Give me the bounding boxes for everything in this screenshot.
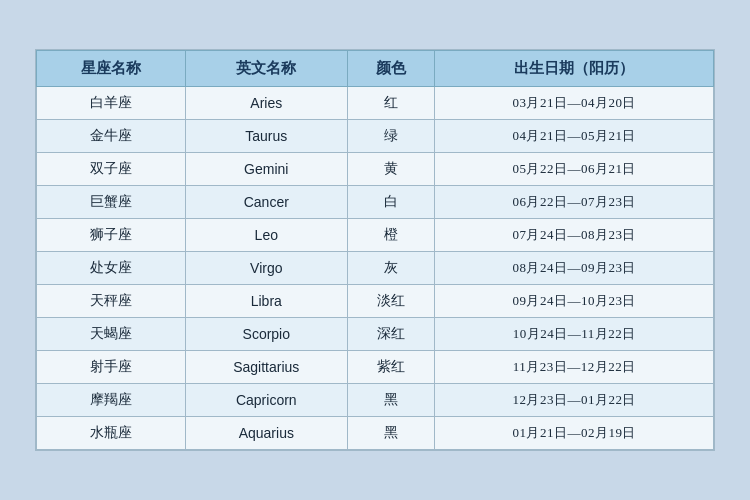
cell-english-name: Virgo [186,252,348,285]
table-row: 白羊座Aries红03月21日—04月20日 [37,87,714,120]
cell-dates: 08月24日—09月23日 [435,252,714,285]
cell-english-name: Gemini [186,153,348,186]
cell-chinese-name: 双子座 [37,153,186,186]
header-color: 颜色 [347,51,435,87]
cell-color: 黑 [347,417,435,450]
table-body: 白羊座Aries红03月21日—04月20日金牛座Taurus绿04月21日—0… [37,87,714,450]
cell-english-name: Scorpio [186,318,348,351]
cell-english-name: Sagittarius [186,351,348,384]
cell-dates: 11月23日—12月22日 [435,351,714,384]
cell-color: 灰 [347,252,435,285]
cell-dates: 07月24日—08月23日 [435,219,714,252]
cell-color: 黄 [347,153,435,186]
table-row: 巨蟹座Cancer白06月22日—07月23日 [37,186,714,219]
cell-dates: 09月24日—10月23日 [435,285,714,318]
cell-chinese-name: 射手座 [37,351,186,384]
cell-chinese-name: 狮子座 [37,219,186,252]
cell-dates: 03月21日—04月20日 [435,87,714,120]
cell-english-name: Leo [186,219,348,252]
cell-english-name: Cancer [186,186,348,219]
cell-chinese-name: 摩羯座 [37,384,186,417]
cell-english-name: Aries [186,87,348,120]
cell-color: 黑 [347,384,435,417]
cell-dates: 06月22日—07月23日 [435,186,714,219]
cell-color: 深红 [347,318,435,351]
cell-color: 白 [347,186,435,219]
table-row: 双子座Gemini黄05月22日—06月21日 [37,153,714,186]
cell-color: 紫红 [347,351,435,384]
table-header-row: 星座名称 英文名称 颜色 出生日期（阳历） [37,51,714,87]
header-chinese-name: 星座名称 [37,51,186,87]
zodiac-table: 星座名称 英文名称 颜色 出生日期（阳历） 白羊座Aries红03月21日—04… [36,50,714,450]
cell-dates: 01月21日—02月19日 [435,417,714,450]
zodiac-table-container: 星座名称 英文名称 颜色 出生日期（阳历） 白羊座Aries红03月21日—04… [35,49,715,451]
cell-chinese-name: 天蝎座 [37,318,186,351]
cell-english-name: Aquarius [186,417,348,450]
table-row: 狮子座Leo橙07月24日—08月23日 [37,219,714,252]
cell-chinese-name: 白羊座 [37,87,186,120]
table-row: 射手座Sagittarius紫红11月23日—12月22日 [37,351,714,384]
cell-chinese-name: 处女座 [37,252,186,285]
table-row: 金牛座Taurus绿04月21日—05月21日 [37,120,714,153]
table-row: 水瓶座Aquarius黑01月21日—02月19日 [37,417,714,450]
cell-english-name: Taurus [186,120,348,153]
table-row: 处女座Virgo灰08月24日—09月23日 [37,252,714,285]
cell-dates: 05月22日—06月21日 [435,153,714,186]
cell-dates: 04月21日—05月21日 [435,120,714,153]
cell-dates: 10月24日—11月22日 [435,318,714,351]
cell-color: 绿 [347,120,435,153]
cell-chinese-name: 金牛座 [37,120,186,153]
cell-chinese-name: 巨蟹座 [37,186,186,219]
header-english-name: 英文名称 [186,51,348,87]
cell-english-name: Libra [186,285,348,318]
table-row: 摩羯座Capricorn黑12月23日—01月22日 [37,384,714,417]
cell-color: 淡红 [347,285,435,318]
cell-dates: 12月23日—01月22日 [435,384,714,417]
cell-english-name: Capricorn [186,384,348,417]
cell-color: 红 [347,87,435,120]
header-dates: 出生日期（阳历） [435,51,714,87]
table-row: 天蝎座Scorpio深红10月24日—11月22日 [37,318,714,351]
cell-color: 橙 [347,219,435,252]
cell-chinese-name: 天秤座 [37,285,186,318]
cell-chinese-name: 水瓶座 [37,417,186,450]
table-row: 天秤座Libra淡红09月24日—10月23日 [37,285,714,318]
